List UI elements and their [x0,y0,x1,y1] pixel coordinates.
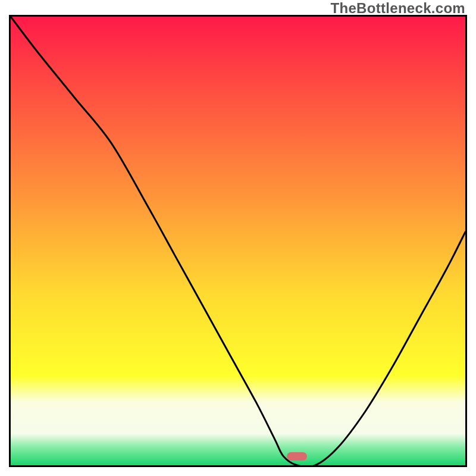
chart-svg [11,17,465,465]
watermark-text: TheBottleneck.com [331,0,465,17]
chart-plot-area [9,15,467,467]
chart-frame: TheBottleneck.com [0,0,476,476]
chart-background-gradient [11,17,465,465]
optimal-point-marker [287,452,307,461]
